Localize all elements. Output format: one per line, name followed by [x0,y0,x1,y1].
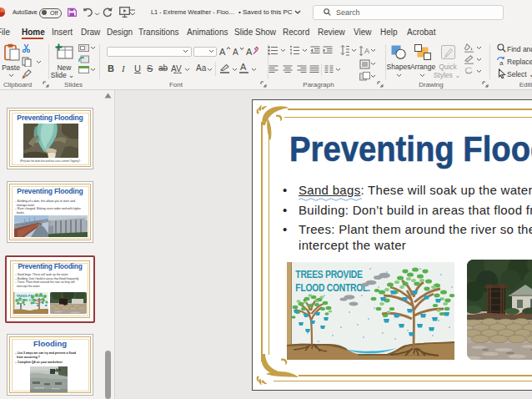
svg-text:a: a [499,59,504,66]
svg-text:AV: AV [171,64,182,73]
svg-text:A: A [364,47,369,55]
svg-text:A: A [246,47,253,57]
svg-text:FLOOD CONTROL.: FLOOD CONTROL. [295,281,369,295]
svg-text:A: A [233,48,238,57]
svg-text:TREES PROVIDE: TREES PROVIDE [295,267,363,280]
svg-text:A: A [219,47,226,57]
